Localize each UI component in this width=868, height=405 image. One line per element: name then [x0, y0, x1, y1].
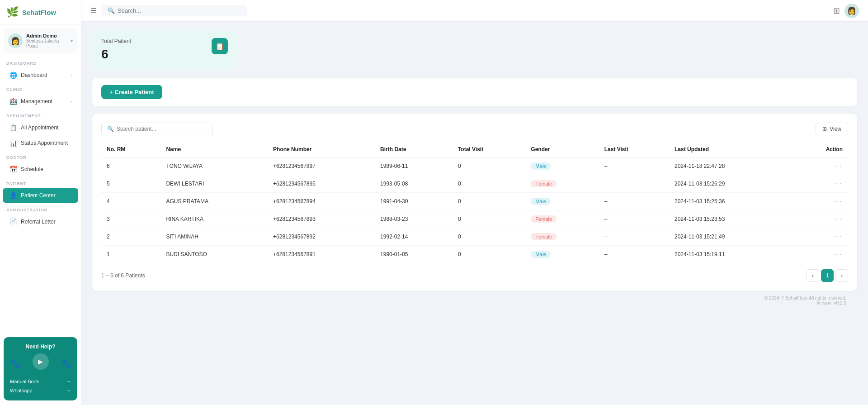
cell-no-rm: 6 [101, 157, 160, 175]
menu-icon[interactable]: ☰ [90, 6, 97, 15]
cell-name: BUDI SANTOSO [160, 246, 268, 263]
cell-total-visit: 0 [453, 228, 525, 246]
search-box: 🔍 [102, 5, 247, 16]
sidebar-item-label: All Appointment [21, 124, 72, 131]
table-toolbar: 🔍 ⊞ View [101, 123, 848, 135]
cell-phone: +6281234567897 [268, 157, 375, 175]
sidebar-item-management[interactable]: 🏥 Management › [3, 94, 78, 109]
user-card[interactable]: 👩 Admin Demo Sentosa Jakarta Pusat ▾ [4, 29, 77, 53]
cell-last-updated: 2024-11-03 15:19:11 [669, 246, 793, 263]
col-last-updated: Last Updated [669, 142, 793, 157]
pagination-info: 1 – 6 of 6 Patients [101, 272, 145, 279]
sidebar-item-label: Management [21, 98, 67, 105]
paw-left-icon: 🐾 [10, 359, 20, 369]
action-menu-button[interactable]: ··· [834, 233, 843, 240]
cell-birth-date: 1992-02-14 [375, 228, 453, 246]
search-patient-icon: 🔍 [107, 126, 114, 132]
pagination: ‹ 1 › [807, 269, 848, 282]
sidebar-item-status-appointment[interactable]: 📊 Status Appointment [3, 136, 78, 150]
cell-phone: +6281234567892 [268, 228, 375, 246]
cell-birth-date: 1991-04-30 [375, 193, 453, 210]
table-row: 6 TONO WIJAYA +6281234567897 1989-06-11 … [101, 157, 848, 175]
section-label-appointment: APPOINTMENT [0, 109, 81, 120]
table-row: 1 BUDI SANTOSO +6281234567891 1990-01-05… [101, 246, 848, 263]
create-patient-button[interactable]: + Create Patient [101, 85, 162, 99]
cell-birth-date: 1988-03-23 [375, 210, 453, 228]
total-patient-value: 6 [101, 47, 131, 62]
section-label-clinic: CLINIC [0, 83, 81, 94]
all-appointment-icon: 📋 [9, 124, 17, 131]
col-last-visit: Last Visit [599, 142, 669, 157]
cell-name: SITI AMINAH [160, 228, 268, 246]
cell-no-rm: 3 [101, 210, 160, 228]
manual-book-link[interactable]: Manual Book → [10, 378, 71, 385]
main-area: ☰ 🔍 ⊞ 👩 Total Patient 6 📋 [81, 0, 868, 405]
content-area: Total Patient 6 📋 + Create Patient 🔍 ⊞ [81, 22, 868, 405]
cell-action: ··· [793, 157, 849, 175]
sidebar-item-label: Schedule [21, 166, 72, 172]
table-row: 4 AGUS PRATAMA +6281234567894 1991-04-30… [101, 193, 848, 210]
topbar-avatar[interactable]: 👩 [844, 4, 859, 18]
search-patient-input[interactable] [117, 126, 207, 132]
gender-badge: Female [531, 233, 557, 240]
current-page-button[interactable]: 1 [821, 269, 834, 282]
search-input[interactable] [118, 7, 241, 14]
action-menu-button[interactable]: ··· [834, 180, 843, 187]
whatsapp-link[interactable]: Whatsapp → [10, 387, 71, 394]
cell-last-updated: 2024-11-03 15:23:53 [669, 210, 793, 228]
logo-area: 🌿 SehatFlow [0, 0, 81, 25]
manual-book-label: Manual Book [10, 379, 39, 384]
gender-badge: Male [531, 162, 551, 170]
table-footer: 1 – 6 of 6 Patients ‹ 1 › [101, 269, 848, 282]
cell-no-rm: 2 [101, 228, 160, 246]
sidebar-item-all-appointment[interactable]: 📋 All Appointment [3, 120, 78, 135]
footer: © 2024 IT SehatFlow. All rights reserved… [92, 291, 857, 308]
cell-total-visit: 0 [453, 246, 525, 263]
notification-icon[interactable]: ⊞ [833, 6, 840, 16]
cell-last-visit: – [599, 228, 669, 246]
stats-row: Total Patient 6 📋 [92, 31, 857, 69]
cell-total-visit: 0 [453, 175, 525, 193]
status-appointment-icon: 📊 [9, 139, 17, 147]
table-card: 🔍 ⊞ View No. RM Name Phone Number Birth … [92, 114, 857, 291]
gender-badge: Female [531, 215, 557, 223]
management-icon: 🏥 [9, 98, 17, 105]
cell-last-visit: – [599, 246, 669, 263]
action-menu-button[interactable]: ··· [834, 250, 843, 258]
cell-action: ··· [793, 228, 849, 246]
sidebar-item-label: Referral Letter [21, 219, 72, 225]
cell-gender: Female [525, 210, 599, 228]
action-menu-button[interactable]: ··· [834, 197, 843, 205]
play-button[interactable]: ▶ [33, 353, 49, 370]
section-label-doctor: DOCTOR [0, 151, 81, 162]
cell-phone: +6281234567894 [268, 193, 375, 210]
logo-icon: 🌿 [6, 6, 19, 18]
stat-icon-box: 📋 [212, 38, 228, 54]
cell-no-rm: 1 [101, 246, 160, 263]
avatar: 👩 [8, 33, 23, 48]
cell-name: AGUS PRATAMA [160, 193, 268, 210]
view-button[interactable]: ⊞ View [816, 123, 848, 135]
cell-action: ··· [793, 193, 849, 210]
action-menu-button[interactable]: ··· [834, 162, 843, 170]
gender-badge: Male [531, 198, 551, 205]
sidebar-item-referral-letter[interactable]: 📄 Referral Letter [3, 214, 78, 229]
sidebar-item-patient-center[interactable]: 👤 Patient Center [3, 188, 78, 203]
col-name: Name [160, 142, 268, 157]
cell-action: ··· [793, 246, 849, 263]
stat-icon: 📋 [215, 42, 224, 51]
cell-phone: +6281234567891 [268, 246, 375, 263]
sidebar-item-dashboard[interactable]: 🌐 Dashboard › [3, 68, 78, 82]
cell-name: TONO WIJAYA [160, 157, 268, 175]
cell-last-updated: 2024-11-18 22:47:28 [669, 157, 793, 175]
cell-total-visit: 0 [453, 193, 525, 210]
sidebar-item-schedule[interactable]: 📅 Schedule [3, 162, 78, 176]
cell-last-updated: 2024-11-03 15:25:36 [669, 193, 793, 210]
cell-name: DEWI LESTARI [160, 175, 268, 193]
action-menu-button[interactable]: ··· [834, 215, 843, 223]
table-row: 3 RINA KARTIKA +6281234567893 1988-03-23… [101, 210, 848, 228]
sidebar-item-label: Dashboard [21, 72, 67, 78]
prev-page-button[interactable]: ‹ [807, 269, 819, 282]
cell-phone: +6281234567893 [268, 210, 375, 228]
next-page-button[interactable]: › [835, 269, 848, 282]
